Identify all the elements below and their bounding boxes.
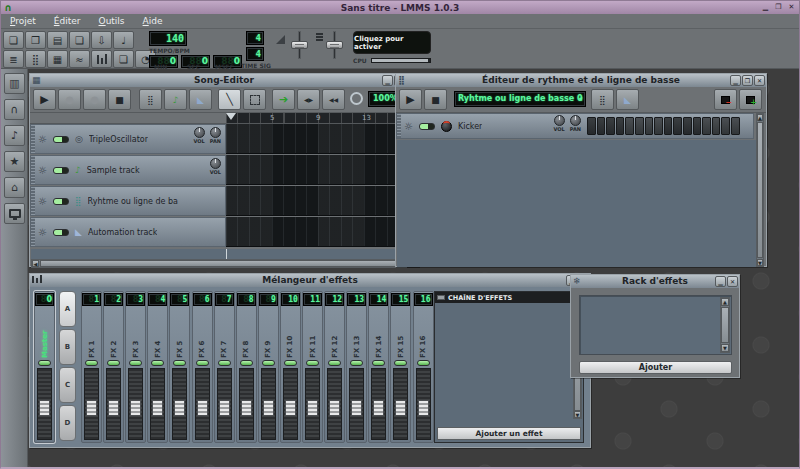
channel-mute-led[interactable] [85, 360, 98, 366]
step-cell[interactable] [721, 117, 730, 135]
fx-rack-titlebar[interactable]: ❄ Rack d'effets ▁ ✕ [571, 275, 739, 288]
remove-steps-button[interactable]: − [714, 89, 737, 110]
mute-led[interactable] [419, 123, 435, 130]
fx-channel-strip[interactable]: 16FX 16 [413, 291, 434, 443]
fx-channel-strip[interactable]: 84FX 4 [147, 291, 168, 443]
fader-handle[interactable] [395, 400, 406, 416]
step-cell[interactable] [712, 117, 721, 135]
mute-led[interactable] [53, 136, 69, 143]
step-cell[interactable] [587, 117, 596, 135]
gear-icon[interactable]: ☼ [404, 121, 413, 132]
fader-handle[interactable] [351, 400, 362, 416]
channel-mute-led[interactable] [284, 360, 297, 366]
track-content-grid[interactable] [226, 124, 409, 154]
window-titlebar[interactable]: ∩ Sans titre - LMMS 1.0.3 ▁ ❒ ✕ [1, 1, 799, 14]
channel-fader[interactable] [195, 368, 210, 440]
save-project-button[interactable]: ▤ [47, 31, 68, 49]
stop-button[interactable]: ■ [424, 89, 447, 110]
gear-icon[interactable]: ☼ [38, 165, 47, 176]
fx-channel-strip[interactable]: 85FX 5 [169, 291, 190, 443]
piano-roll-toggle-button[interactable]: ▦ [47, 50, 68, 68]
channel-fader[interactable] [261, 368, 276, 440]
fx-channel-strip[interactable]: 87FX 7 [214, 291, 235, 443]
channel-fader[interactable] [172, 368, 187, 440]
automation-editor-toggle-button[interactable]: ≈ [69, 50, 90, 68]
sidebar-samples-icon[interactable]: ∩ [4, 99, 25, 120]
track-header[interactable]: ☼⣿Ryhtme ou ligne de ba [30, 186, 226, 216]
fx-mixer-toggle-button[interactable] [91, 50, 112, 68]
fader-handle[interactable] [197, 400, 208, 416]
fx-master-strip[interactable]: 80 Master [34, 291, 55, 443]
fader-handle[interactable] [130, 400, 141, 416]
scroll-thumb[interactable] [721, 307, 729, 343]
master-pitch-handle[interactable] [326, 41, 343, 49]
minimize-button[interactable]: ▁ [382, 75, 393, 86]
behaviour-button[interactable]: ➔ [272, 89, 295, 110]
sidebar-instruments-icon[interactable]: ▥ [4, 73, 25, 94]
playhead-marker[interactable] [226, 113, 236, 120]
add-effect-button[interactable]: Ajouter un effet [437, 427, 581, 440]
open-recent-button[interactable]: ❏ [69, 31, 90, 49]
channel-mute-led[interactable] [350, 360, 363, 366]
track-header[interactable]: ☼♪Sample trackVOL [30, 155, 226, 185]
bb-track-header[interactable]: ☼ Kicker VOLPAN [396, 113, 754, 139]
rack-add-button[interactable]: Ajouter [579, 361, 732, 374]
fx-rack-list[interactable]: ▲ ▼ [579, 295, 732, 355]
channel-mute-led[interactable] [240, 360, 253, 366]
fx-channel-strip[interactable]: 81FX 1 [81, 291, 102, 443]
fader-handle[interactable] [329, 400, 340, 416]
fader-handle[interactable] [219, 400, 230, 416]
sidebar-home-icon[interactable]: ⌂ [4, 177, 25, 198]
record-button[interactable]: ● [58, 89, 81, 110]
menu-item-aide[interactable]: Aide [134, 16, 172, 26]
track-content-grid[interactable] [226, 155, 409, 185]
fx-group-b-button[interactable]: B [59, 329, 76, 365]
pattern-selector[interactable]: Ryhtme ou ligne de basse 0◂ [454, 91, 586, 107]
fx-channel-strip[interactable]: 88FX 8 [236, 291, 257, 443]
fader-handle[interactable] [263, 400, 274, 416]
maximize-button[interactable]: ❒ [773, 2, 784, 13]
channel-fader[interactable] [283, 368, 298, 440]
scroll-up-icon[interactable]: ▲ [721, 298, 729, 306]
step-cell[interactable] [673, 117, 682, 135]
channel-mute-led[interactable] [417, 360, 430, 366]
fader-handle[interactable] [152, 400, 163, 416]
export-project-button[interactable]: ⇩ [91, 31, 112, 49]
track-grip[interactable] [31, 218, 35, 246]
fx-channel-strip[interactable]: 86FX 6 [192, 291, 213, 443]
record-play-button[interactable]: ● [83, 89, 106, 110]
fader-handle[interactable] [285, 400, 296, 416]
add-automation-track-button[interactable]: ◣ [616, 89, 639, 110]
track-content-grid[interactable] [226, 186, 409, 216]
track-header[interactable]: ☼◣Automation track [30, 217, 226, 247]
channel-fader[interactable] [84, 368, 99, 440]
scroll-down-icon[interactable]: ▼ [721, 344, 729, 352]
close-button[interactable]: ✕ [754, 75, 765, 86]
timesig-denominator-display[interactable]: 4 [246, 47, 264, 61]
fader-handle[interactable] [86, 400, 97, 416]
song-timeline[interactable]: 591317 [226, 113, 417, 123]
fx-channel-strip[interactable]: 13FX 13 [346, 291, 367, 443]
import-midi-button[interactable]: ♩ [113, 31, 134, 49]
song-horizontal-scrollbar[interactable]: ◀ ▶ [31, 259, 407, 268]
rack-scrollbar[interactable]: ▲ ▼ [720, 297, 730, 353]
step-cell[interactable] [606, 117, 615, 135]
master-mute-led[interactable] [38, 360, 51, 366]
bounce-mode-button[interactable]: ◀▶ [297, 89, 320, 110]
song-editor-toggle-button[interactable]: ≣ [3, 50, 24, 68]
step-cell[interactable] [625, 117, 634, 135]
fx-group-a-button[interactable]: A [59, 291, 76, 327]
track-grip[interactable] [397, 114, 401, 138]
channel-mute-led[interactable] [129, 360, 142, 366]
channel-mute-led[interactable] [394, 360, 407, 366]
pattern-spin-icon[interactable]: ◂ [578, 92, 582, 106]
channel-mute-led[interactable] [151, 360, 164, 366]
channel-fader[interactable] [106, 368, 121, 440]
maximize-button[interactable]: ❒ [742, 75, 753, 86]
fader-handle[interactable] [39, 400, 50, 416]
channel-fader[interactable] [305, 368, 320, 440]
channel-fader[interactable] [416, 368, 431, 440]
add-bb-track-button[interactable]: ⣿ [591, 89, 614, 110]
vol-knob[interactable] [210, 158, 221, 169]
fader-handle[interactable] [373, 400, 384, 416]
